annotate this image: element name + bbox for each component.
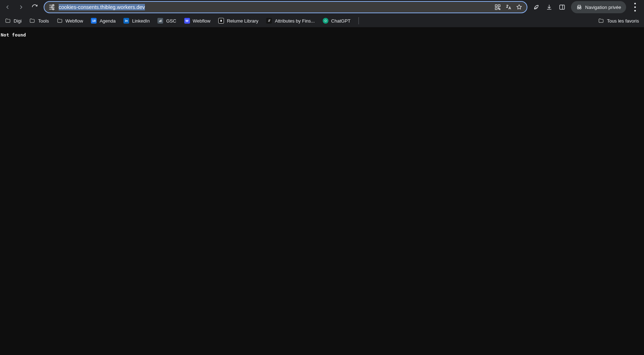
folder-icon: [29, 18, 35, 24]
reload-button[interactable]: [29, 1, 41, 13]
gpt-favicon-icon: [323, 18, 328, 24]
svg-rect-12: [159, 21, 160, 22]
in-favicon-icon: in: [123, 18, 129, 24]
address-bar[interactable]: cookies-consents.thibleg.workers.dev: [44, 1, 527, 13]
svg-point-10: [634, 6, 636, 8]
fs-favicon-icon: //: [266, 18, 272, 24]
bookmark-label: Tools: [38, 18, 49, 24]
bookmark-label: Webflow: [193, 18, 211, 24]
arrow-right-icon: [18, 4, 24, 10]
svg-point-1: [53, 9, 54, 10]
bookmark-label: Agenda: [99, 18, 116, 24]
svg-point-0: [53, 5, 54, 6]
page-body-text: Not found: [0, 27, 644, 38]
bookmark-label: GSC: [166, 18, 176, 24]
folder-icon: [57, 18, 63, 24]
bookmark-label: ChatGPT: [331, 18, 351, 24]
site-settings-button[interactable]: [48, 3, 56, 11]
svg-rect-13: [160, 20, 161, 22]
arrow-left-icon: [4, 4, 11, 10]
folder-icon: [598, 18, 604, 24]
rl-favicon-icon: [218, 18, 224, 24]
url-text[interactable]: cookies-consents.thibleg.workers.dev: [56, 4, 492, 10]
bookmark-label: Attributes by Fins...: [275, 18, 314, 24]
svg-point-7: [577, 8, 579, 9]
forward-button: [15, 1, 27, 13]
bookmark-label: LinkedIn: [132, 18, 150, 24]
svg-rect-3: [495, 5, 497, 6]
translate-icon: [505, 4, 512, 10]
calendar-favicon-icon: 18: [91, 18, 97, 24]
incognito-badge[interactable]: Navigation privée: [571, 1, 626, 13]
downloads-button[interactable]: [543, 1, 555, 13]
bookmark-label: Webflow: [65, 18, 83, 24]
bookmarks-bar: DigiToolsWebflow18AgendainLinkedInGSCWWe…: [0, 14, 644, 27]
panel-icon: [559, 4, 565, 10]
svg-rect-6: [560, 5, 565, 9]
qr-share-button[interactable]: [492, 2, 503, 13]
svg-point-2: [51, 6, 53, 8]
all-bookmarks-button[interactable]: Tous les favoris: [595, 16, 642, 25]
kebab-icon: [629, 1, 641, 13]
bookmark-folder-webflow[interactable]: Webflow: [54, 16, 86, 25]
star-icon: [516, 4, 522, 10]
bookmark-label: Relume Library: [227, 18, 258, 24]
bookmark-item-webflow[interactable]: WWebflow: [181, 16, 214, 25]
leaf-icon: [533, 4, 540, 10]
folder-icon: [5, 18, 11, 24]
bookmark-item-gsc[interactable]: GSC: [155, 16, 179, 25]
tune-icon: [48, 3, 56, 11]
bookmark-star-button[interactable]: [514, 2, 525, 13]
toolbar-right-actions: Navigation privée: [530, 1, 643, 13]
page-content: Not found: [0, 27, 644, 355]
svg-rect-5: [495, 8, 497, 10]
svg-point-16: [325, 20, 326, 22]
incognito-icon: [576, 4, 582, 10]
bookmark-label: Digi: [14, 18, 21, 24]
bookmarks-separator: [358, 17, 359, 24]
bookmark-item-chatgpt[interactable]: ChatGPT: [320, 16, 353, 25]
svg-rect-4: [498, 5, 500, 6]
bookmark-folder-digi[interactable]: Digi: [2, 16, 24, 25]
incognito-label: Navigation privée: [585, 5, 621, 10]
svg-point-11: [634, 10, 636, 12]
side-panel-button[interactable]: [556, 1, 568, 13]
all-bookmarks-label: Tous les favoris: [607, 18, 639, 24]
bookmark-item-agenda[interactable]: 18Agenda: [88, 16, 118, 25]
download-icon: [546, 4, 552, 10]
bookmark-item-relume-library[interactable]: Relume Library: [215, 16, 261, 25]
browser-toolbar: cookies-consents.thibleg.workers.dev: [0, 0, 644, 14]
svg-point-8: [579, 8, 581, 9]
bookmark-item-attributes-by-fins-[interactable]: //Attributes by Fins...: [263, 16, 317, 25]
qr-icon: [494, 4, 501, 10]
svg-rect-14: [161, 20, 162, 22]
back-button: [1, 1, 14, 13]
svg-point-9: [634, 3, 636, 5]
wf-favicon-icon: W: [184, 18, 190, 24]
gsc-favicon-icon: [157, 18, 163, 24]
browser-menu-button[interactable]: [629, 1, 641, 13]
svg-rect-15: [220, 20, 222, 21]
extension-leaf-button[interactable]: [530, 1, 542, 13]
bookmark-folder-tools[interactable]: Tools: [26, 16, 52, 25]
reload-icon: [31, 4, 38, 10]
translate-button[interactable]: [503, 2, 514, 13]
bookmark-item-linkedin[interactable]: inLinkedIn: [121, 16, 152, 25]
